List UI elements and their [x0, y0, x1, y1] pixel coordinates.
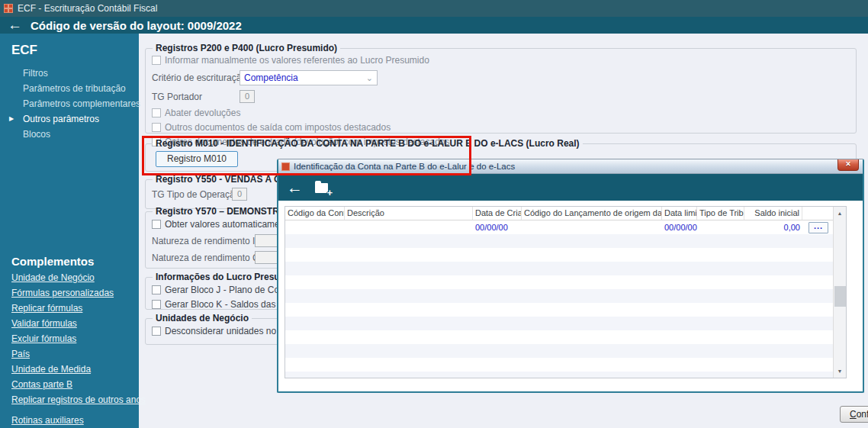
dialog-close-button[interactable]: ✕: [837, 159, 859, 171]
tg-portador-input[interactable]: 0: [240, 90, 255, 103]
app-logo-icon: [4, 4, 13, 13]
back-arrow-icon[interactable]: ←: [8, 18, 22, 32]
col-actions: [802, 207, 833, 220]
dialog-titlebar[interactable]: Identificação da Conta na Parte B do e-L…: [278, 159, 863, 174]
scroll-down-icon[interactable]: ▼: [834, 365, 846, 377]
link-rotinas-auxiliares[interactable]: Rotinas auxiliares: [11, 415, 84, 426]
section-m010-title: Registro M010 - IDENTIFICAÇÃO DA CONTA N…: [153, 138, 583, 149]
scrollbar-thumb[interactable]: [834, 286, 846, 307]
col-saldo-inicial: Saldo inicial: [744, 207, 802, 220]
obter-valores-checkbox[interactable]: [152, 220, 161, 229]
dialog-content: Código da Conta Descrição Data de Criaçã…: [278, 201, 863, 391]
link-excluir-formulas[interactable]: Excluir fórmulas: [11, 333, 139, 348]
natureza-irrf-label: Natureza de rendimento IRRF: [152, 236, 251, 246]
page-title: Código de versão do layout: 0009/2022: [31, 19, 242, 32]
docs-saida-label: Outros documentos de saída com impostos …: [165, 122, 391, 133]
confirm-button[interactable]: Confirmar: [840, 406, 868, 423]
dialog-back-arrow-icon[interactable]: ←: [287, 180, 303, 195]
sidebar-item-label: Outros parâmetros: [23, 114, 99, 124]
link-validar-formulas[interactable]: Validar fórmulas: [11, 317, 139, 333]
col-data-criacao: Data de Criação: [473, 207, 522, 220]
chevron-down-icon: ⌄: [366, 74, 373, 82]
cell-saldo-inicial: 0,00: [744, 223, 802, 232]
criterio-label: Critério de escrituração: [152, 72, 236, 83]
link-unidade-medida[interactable]: Unidade de Medida: [11, 363, 139, 378]
sidebar-item-filtros[interactable]: Filtros: [0, 66, 139, 81]
section-p200-p400: Registros P200 e P400 (Lucro Presumido) …: [145, 43, 857, 134]
col-codigo-lancamento: Código do Lançamento de origem da conta: [522, 207, 662, 220]
gerar-bloco-j-checkbox[interactable]: [152, 285, 161, 294]
registro-m010-button[interactable]: Registro M010: [156, 151, 238, 167]
scroll-up-icon[interactable]: ▲: [834, 208, 846, 219]
col-codigo-conta: Código da Conta: [285, 207, 345, 220]
dialog-app-icon: [281, 163, 290, 171]
page-header: ← Código de versão do layout: 0009/2022: [0, 17, 868, 34]
accounts-table: Código da Conta Descrição Data de Criaçã…: [285, 206, 847, 378]
col-data-limite: Data limit...: [662, 207, 697, 220]
tg-tipo-operacao-input[interactable]: 0: [232, 188, 247, 201]
sidebar-item-outros-parametros[interactable]: ▶ Outros parâmetros: [0, 111, 139, 127]
gerar-bloco-k-checkbox[interactable]: [152, 300, 161, 309]
sidebar-item-parametros-tributacao[interactable]: Parâmetros de tributação: [0, 81, 139, 96]
link-contas-parte-b[interactable]: Contas parte B: [11, 378, 139, 394]
complements-links: Unidade de Negócio Fórmulas personalizad…: [11, 272, 139, 409]
sidebar-item-blocos[interactable]: Blocos: [0, 127, 139, 142]
window-title: ECF - Escrituração Contábil Fiscal: [18, 3, 157, 14]
col-descricao: Descrição: [345, 207, 473, 220]
vertical-scrollbar[interactable]: ▲ ▼: [833, 207, 846, 378]
empty-rows: [285, 234, 833, 378]
table-row[interactable]: 00/00/00 00/00/00 0,00 ...: [285, 220, 833, 234]
complements-title: Complementos: [11, 255, 94, 268]
cell-actions: ...: [802, 222, 833, 233]
abater-devolucoes-checkbox[interactable]: [152, 108, 161, 117]
link-pais[interactable]: País: [11, 348, 139, 363]
link-formulas-personalizadas[interactable]: Fórmulas personalizadas: [11, 287, 139, 302]
docs-saida-checkbox[interactable]: [152, 123, 161, 132]
active-item-arrow-icon: ▶: [9, 111, 14, 127]
row-lookup-button[interactable]: ...: [809, 222, 828, 233]
criterio-select[interactable]: Competência ⌄: [240, 70, 378, 85]
tg-tipo-operacao-label: TG Tipo de Operação: [152, 189, 228, 200]
sidebar-title: ECF: [11, 43, 37, 58]
add-record-icon[interactable]: +: [315, 183, 329, 193]
tg-portador-label: TG Portador: [152, 92, 236, 102]
cell-data-criacao: 00/00/00: [473, 223, 522, 232]
natureza-csll-label: Natureza de rendimento CSLL: [152, 253, 251, 263]
sidebar-item-parametros-complementares[interactable]: Parâmetros complementares: [0, 96, 139, 111]
plus-icon: +: [326, 188, 333, 198]
sidebar: ECF Filtros Parâmetros de tributação Par…: [0, 34, 139, 428]
manual-values-label: Informar manualmente os valores referent…: [165, 55, 429, 66]
link-replicar-registros[interactable]: Replicar registros de outros anos: [11, 394, 139, 409]
table-header-row: Código da Conta Descrição Data de Criaçã…: [285, 207, 833, 220]
window-titlebar: ECF - Escrituração Contábil Fiscal: [0, 0, 868, 17]
criterio-value: Competência: [244, 72, 298, 83]
section-p200-title: Registros P200 e P400 (Lucro Presumido): [153, 43, 340, 53]
dialog-title: Identificação da Conta na Parte B do e-L…: [294, 162, 515, 171]
abater-devolucoes-label: Abater devoluções: [165, 108, 240, 118]
app-window: ECF - Escrituração Contábil Fiscal ← Cód…: [0, 0, 868, 428]
close-icon: ✕: [845, 160, 851, 168]
sidebar-nav: Filtros Parâmetros de tributação Parâmet…: [0, 66, 139, 142]
obter-valores-label: Obter valores automaticamente: [165, 219, 292, 230]
section-unidades-title: Unidades de Negócio: [153, 313, 252, 323]
dialog-toolbar: ← +: [278, 174, 863, 201]
cell-data-limite: 00/00/00: [662, 223, 697, 232]
link-replicar-formulas[interactable]: Replicar fórmulas: [11, 302, 139, 317]
link-unidade-negocio[interactable]: Unidade de Negócio: [11, 272, 139, 287]
desconsiderar-exterior-checkbox[interactable]: [152, 327, 161, 336]
manual-values-checkbox[interactable]: [152, 56, 161, 65]
col-tipo-tributo: Tipo de Tributo: [697, 207, 744, 220]
dialog-identificacao-conta: Identificação da Conta na Parte B do e-L…: [277, 159, 864, 393]
